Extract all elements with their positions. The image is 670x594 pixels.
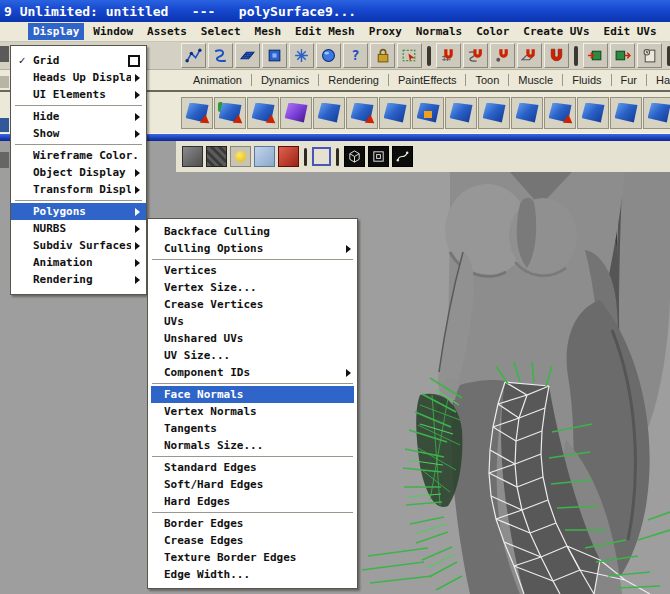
- shelf-icon-poly-sphere[interactable]: [214, 97, 246, 129]
- submenu-item-uv-size[interactable]: UV Size...: [148, 347, 357, 364]
- menu-normals[interactable]: Normals: [411, 23, 467, 40]
- menu-item-polygons[interactable]: Polygons: [11, 203, 146, 220]
- resolution-gate-icon[interactable]: [312, 147, 331, 166]
- submenu-item-soft-hard-edges[interactable]: Soft/Hard Edges: [148, 476, 357, 493]
- menu-item-heads-up-display[interactable]: Heads Up Display: [11, 69, 146, 86]
- menu-item-subdiv-surfaces[interactable]: Subdiv Surfaces: [11, 237, 146, 254]
- menu-item-hide[interactable]: Hide: [11, 108, 146, 125]
- lock-icon[interactable]: [370, 43, 395, 68]
- tab-painteffects[interactable]: PaintEffects: [389, 74, 467, 86]
- menu-item-rendering[interactable]: Rendering: [11, 271, 146, 288]
- menu-item-transform-display[interactable]: Transform Display: [11, 181, 146, 198]
- tab-hair[interactable]: Hair: [647, 74, 670, 86]
- menu-item-nurbs[interactable]: NURBS: [11, 220, 146, 237]
- lattice-icon[interactable]: [262, 43, 287, 68]
- shelf-icon-poly-plane-sel[interactable]: [313, 97, 345, 129]
- tab-fluids[interactable]: Fluids: [563, 74, 611, 86]
- submenu-item-edge-width[interactable]: Edge Width...: [148, 566, 357, 583]
- panel-separator: [304, 148, 307, 166]
- shelf-icon-poly-plane-diag[interactable]: [577, 97, 609, 129]
- submenu-item-crease-vertices[interactable]: Crease Vertices: [148, 296, 357, 313]
- star-icon[interactable]: [289, 43, 314, 68]
- magnet-icon[interactable]: [544, 43, 569, 68]
- snap-point-icon[interactable]: [490, 43, 515, 68]
- wireframe-on-shaded-icon[interactable]: [254, 146, 275, 167]
- curve-icon[interactable]: [392, 146, 413, 167]
- select-object-icon[interactable]: [397, 43, 422, 68]
- submenu-item-backface-culling[interactable]: Backface Culling: [148, 223, 357, 240]
- menu-item-wireframe-color[interactable]: Wireframe Color...: [11, 147, 146, 164]
- submenu-item-tangents[interactable]: Tangents: [148, 420, 357, 437]
- snap-curve-icon[interactable]: [463, 43, 488, 68]
- curve-point-icon[interactable]: [181, 43, 206, 68]
- menu-window[interactable]: Window: [88, 23, 138, 40]
- submenu-item-border-edges[interactable]: Border Edges: [148, 515, 357, 532]
- submenu-item-unshared-uvs[interactable]: Unshared UVs: [148, 330, 357, 347]
- title-bar[interactable]: 9 Unlimited: untitled --- polySurface9..…: [0, 0, 670, 22]
- output-connections-icon[interactable]: [610, 43, 635, 68]
- submenu-item-vertex-size[interactable]: Vertex Size...: [148, 279, 357, 296]
- menu-create-uvs[interactable]: Create UVs: [518, 23, 594, 40]
- help-icon[interactable]: ?: [343, 43, 368, 68]
- menu-item-ui-elements[interactable]: UI Elements: [11, 86, 146, 103]
- shelf-icon-poly-cube-glow[interactable]: [280, 97, 312, 129]
- menu-proxy[interactable]: Proxy: [364, 23, 407, 40]
- sphere-icon[interactable]: [316, 43, 341, 68]
- menu-display[interactable]: Display: [28, 23, 84, 40]
- shaded-display-icon[interactable]: [182, 146, 203, 167]
- shelf-icon-poly-plane-pair[interactable]: [643, 97, 670, 129]
- shelf-icon-poly-cube-uv[interactable]: [379, 97, 411, 129]
- ep-curve-icon[interactable]: [208, 43, 233, 68]
- snap-view-plane-icon[interactable]: [517, 43, 542, 68]
- lighting-icon[interactable]: [230, 146, 251, 167]
- menu-edit-mesh[interactable]: Edit Mesh: [290, 23, 360, 40]
- textured-display-icon[interactable]: [206, 146, 227, 167]
- submenu-item-hard-edges[interactable]: Hard Edges: [148, 493, 357, 510]
- shelf-icon-poly-double-plane[interactable]: [478, 97, 510, 129]
- submenu-item-normals-size[interactable]: Normals Size...: [148, 437, 357, 454]
- tab-rendering[interactable]: Rendering: [319, 74, 389, 86]
- menu-item-grid[interactable]: ✓ Grid: [11, 52, 146, 69]
- shelf-icon-poly-plane-mark[interactable]: [544, 97, 576, 129]
- menu-mesh[interactable]: Mesh: [250, 23, 287, 40]
- option-box-icon[interactable]: [128, 55, 140, 67]
- submenu-item-standard-edges[interactable]: Standard Edges: [148, 459, 357, 476]
- construction-history-icon[interactable]: [637, 43, 662, 68]
- tab-dynamics[interactable]: Dynamics: [252, 74, 319, 86]
- shelf-icon-poly-room[interactable]: [412, 97, 444, 129]
- shelf-icon-poly-cube-split[interactable]: [610, 97, 642, 129]
- xray-display-icon[interactable]: [278, 146, 299, 167]
- menu-item-show[interactable]: Show: [11, 125, 146, 142]
- tab-muscle[interactable]: Muscle: [509, 74, 563, 86]
- tab-animation[interactable]: Animation: [184, 74, 252, 86]
- isolate-cube-icon[interactable]: [344, 146, 365, 167]
- submenu-arrow-icon: [135, 276, 140, 284]
- tab-toon[interactable]: Toon: [466, 74, 509, 86]
- submenu-item-vertex-normals[interactable]: Vertex Normals: [148, 403, 357, 420]
- menu-select[interactable]: Select: [196, 23, 246, 40]
- menu-item-animation[interactable]: Animation: [11, 254, 146, 271]
- snap-grid-icon[interactable]: [436, 43, 461, 68]
- submenu-item-crease-edges[interactable]: Crease Edges: [148, 532, 357, 549]
- submenu-item-face-normals[interactable]: Face Normals: [151, 386, 354, 403]
- menu-edit-uvs[interactable]: Edit UVs: [599, 23, 662, 40]
- shelf-icon-poly-move[interactable]: [181, 97, 213, 129]
- shelf-icon-poly-cube[interactable]: [445, 97, 477, 129]
- submenu-item-texture-border-edges[interactable]: Texture Border Edges: [148, 549, 357, 566]
- menu-muscle[interactable]: Muscle: [666, 23, 670, 40]
- input-connections-icon[interactable]: [583, 43, 608, 68]
- submenu-item-component-ids[interactable]: Component IDs: [148, 364, 357, 381]
- shelf-icon-poly-plane-cursor[interactable]: [346, 97, 378, 129]
- tab-fur[interactable]: Fur: [612, 74, 648, 86]
- menu-color[interactable]: Color: [471, 23, 514, 40]
- menu-item-object-display[interactable]: Object Display: [11, 164, 146, 181]
- menu-assets[interactable]: Assets: [142, 23, 192, 40]
- shelf-icon-poly-cube-combine[interactable]: [247, 97, 279, 129]
- toolbox-fragment: [0, 76, 9, 88]
- submenu-item-vertices[interactable]: Vertices: [148, 262, 357, 279]
- submenu-item-uvs[interactable]: UVs: [148, 313, 357, 330]
- frame-icon[interactable]: [368, 146, 389, 167]
- submenu-item-culling-options[interactable]: Culling Options: [148, 240, 357, 257]
- plane-icon[interactable]: [235, 43, 260, 68]
- shelf-icon-poly-plane-grid[interactable]: [511, 97, 543, 129]
